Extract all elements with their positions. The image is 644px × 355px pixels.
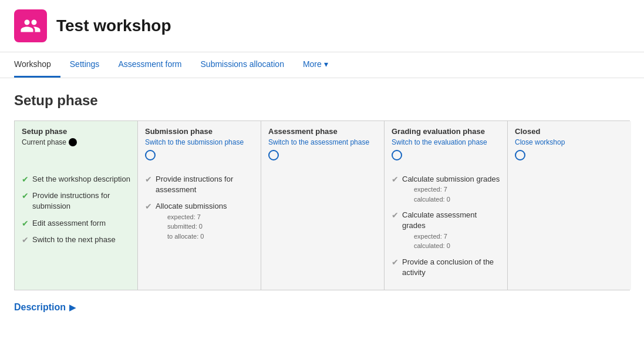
nav-assessment-form[interactable]: Assessment form	[109, 52, 191, 78]
phase-assessment-name: Assessment phase	[268, 127, 377, 136]
pending-icon: ✔	[392, 175, 399, 184]
task-set-description: ✔ Set the workshop description	[22, 174, 130, 185]
phase-grading: Grading evaluation phase Switch to the e…	[385, 121, 508, 290]
nav-submissions-allocation[interactable]: Submissions allocation	[191, 52, 294, 78]
check-icon: ✔	[22, 219, 29, 228]
phase-setup-name: Setup phase	[22, 127, 130, 136]
current-phase-label: Current phase	[22, 138, 130, 146]
task-instructions-assessment: ✔ Provide instructions for assessment	[145, 174, 254, 195]
task-calc-assess-grades-detail: expected: 7 calculated: 0	[414, 232, 500, 251]
check-icon: ✔	[22, 175, 29, 184]
phase-closed-circle	[515, 150, 525, 160]
phase-setup: Setup phase Current phase ✔ Set the work…	[15, 121, 138, 290]
page-title: Test workshop	[56, 16, 171, 35]
task-edit-assessment: ✔ Edit assessment form	[22, 218, 130, 229]
close-workshop-link[interactable]: Close workshop	[515, 138, 624, 146]
description-link[interactable]: Description ▶	[14, 302, 630, 313]
switch-grading-link[interactable]: Switch to the evaluation phase	[392, 138, 500, 146]
chevron-down-icon: ▾	[324, 59, 328, 69]
pending-icon: ✔	[145, 202, 152, 211]
task-calc-submission-grades: ✔ Calculate submission grades expected: …	[392, 174, 500, 204]
pending-icon: ✔	[22, 235, 29, 245]
task-allocate-subs-detail: expected: 7 submitted: 0 to allocate: 0	[167, 212, 227, 242]
app-icon	[14, 9, 47, 42]
task-calc-sub-grades-detail: expected: 7 calculated: 0	[414, 185, 500, 204]
phase-closed-name: Closed	[515, 127, 624, 136]
task-allocate-submissions: ✔ Allocate submissions expected: 7 submi…	[145, 201, 254, 241]
current-phase-indicator	[69, 138, 77, 146]
phase-heading: Setup phase	[14, 92, 630, 109]
workshop-icon	[20, 15, 41, 36]
main-content: Setup phase Setup phase Current phase ✔ …	[0, 78, 644, 327]
pending-icon: ✔	[392, 257, 399, 267]
switch-assessment-link[interactable]: Switch to the assessment phase	[268, 138, 377, 146]
nav-settings[interactable]: Settings	[60, 52, 109, 78]
phase-submission: Submission phase Switch to the submissio…	[138, 121, 261, 290]
phase-assessment-circle	[268, 150, 279, 160]
phases-grid: Setup phase Current phase ✔ Set the work…	[14, 120, 630, 290]
header: Test workshop	[0, 0, 644, 52]
phase-grading-circle	[392, 150, 402, 160]
phase-grading-name: Grading evaluation phase	[392, 127, 500, 136]
phase-submission-name: Submission phase	[145, 127, 254, 136]
pending-icon: ✔	[392, 210, 399, 220]
pending-icon: ✔	[145, 175, 152, 184]
phase-closed: Closed Close workshop	[508, 121, 631, 290]
phase-assessment: Assessment phase Switch to the assessmen…	[261, 121, 385, 290]
nav-more[interactable]: More ▾	[294, 52, 338, 78]
task-calc-assessment-grades: ✔ Calculate assessment grades expected: …	[392, 210, 500, 250]
description-arrow-icon: ▶	[69, 303, 76, 312]
switch-submission-link[interactable]: Switch to the submission phase	[145, 138, 254, 146]
task-switch-next-phase: ✔ Switch to the next phase	[22, 235, 130, 245]
nav-workshop[interactable]: Workshop	[14, 52, 60, 78]
phase-submission-circle	[145, 150, 156, 160]
check-icon: ✔	[22, 191, 29, 200]
task-instructions-submission: ✔ Provide instructions for submission	[22, 190, 130, 212]
task-conclusion: ✔ Provide a conclusion of the activity	[392, 257, 500, 278]
main-nav: Workshop Settings Assessment form Submis…	[0, 52, 644, 78]
